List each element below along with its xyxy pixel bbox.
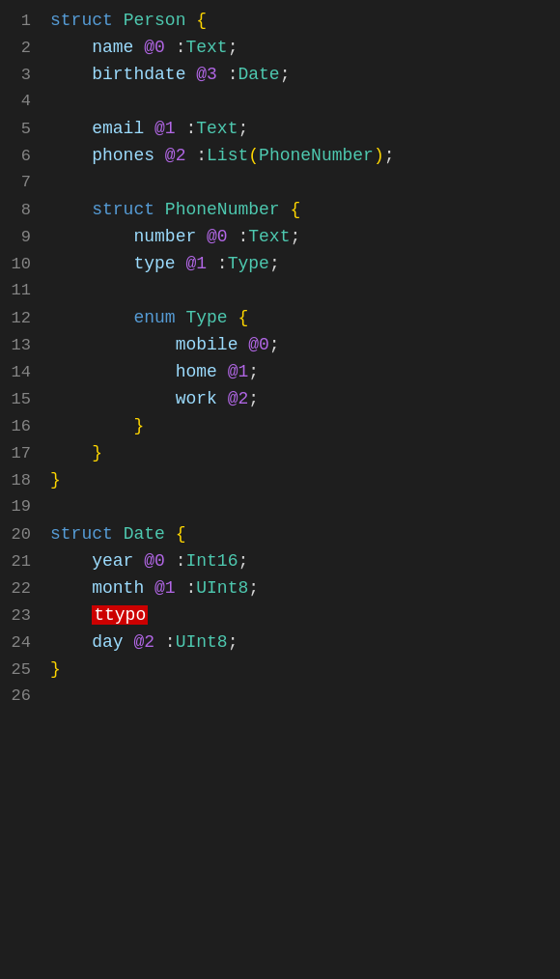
token: } <box>50 659 61 679</box>
token: ; <box>238 551 248 571</box>
token <box>144 578 154 598</box>
code-line: 10 type @1 :Type; <box>0 251 560 278</box>
line-number: 13 <box>0 333 46 358</box>
token: : <box>165 551 186 571</box>
token: @0 <box>144 38 165 57</box>
token: } <box>50 470 61 490</box>
line-number: 7 <box>0 170 46 195</box>
token: Int16 <box>185 551 238 571</box>
line-content: year @0 :Int16; <box>46 548 560 575</box>
line-content: struct Person { <box>46 8 560 35</box>
code-line: 13 mobile @0; <box>0 332 560 359</box>
token: email <box>92 119 144 138</box>
token: } <box>92 443 102 462</box>
line-content: phones @2 :List(PhoneNumber); <box>46 143 560 170</box>
token: Text <box>185 38 227 57</box>
token: : <box>228 227 249 246</box>
code-line: 3 birthdate @3 :Date; <box>0 62 560 89</box>
line-number: 3 <box>0 63 46 88</box>
code-line: 26 <box>0 684 560 711</box>
token: PhoneNumber <box>259 146 374 165</box>
line-content: struct PhoneNumber { <box>46 197 560 224</box>
token: struct <box>50 524 124 544</box>
token: : <box>176 578 197 598</box>
token <box>176 254 186 273</box>
line-content: } <box>46 413 560 440</box>
token: @0 <box>248 335 269 354</box>
token: UInt8 <box>176 632 228 652</box>
token <box>185 65 196 84</box>
token: UInt8 <box>196 578 248 598</box>
token: : <box>207 254 228 273</box>
token: PhoneNumber <box>165 200 280 219</box>
line-number: 1 <box>0 9 46 34</box>
token: day <box>92 632 123 652</box>
token: ; <box>290 227 300 246</box>
code-line: 6 phones @2 :List(PhoneNumber); <box>0 143 560 170</box>
token: @3 <box>196 65 217 84</box>
token: Text <box>196 119 238 138</box>
token: { <box>228 308 249 327</box>
token: Type <box>228 254 269 273</box>
code-line: 18} <box>0 467 560 494</box>
token: ; <box>280 65 291 84</box>
line-content: name @0 :Text; <box>46 35 560 62</box>
token: work <box>176 389 217 408</box>
line-number: 21 <box>0 549 46 574</box>
code-line: 7 <box>0 170 560 197</box>
token: { <box>185 11 207 30</box>
code-line: 9 number @0 :Text; <box>0 224 560 251</box>
token: ; <box>238 119 248 138</box>
code-line: 12 enum Type { <box>0 305 560 332</box>
line-content: type @1 :Type; <box>46 251 560 278</box>
code-line: 14 home @1; <box>0 359 560 386</box>
line-number: 11 <box>0 278 46 303</box>
line-number: 8 <box>0 198 46 223</box>
line-content: day @2 :UInt8; <box>46 629 560 657</box>
line-content: birthdate @3 :Date; <box>46 62 560 89</box>
line-number: 5 <box>0 117 46 142</box>
token: ttypo <box>92 605 148 625</box>
token <box>217 362 228 381</box>
line-content: home @1; <box>46 359 560 386</box>
line-number: 15 <box>0 387 46 412</box>
token: List <box>207 146 248 165</box>
token <box>133 38 144 57</box>
token: @2 <box>165 146 186 165</box>
line-content: } <box>46 467 560 494</box>
token: @2 <box>133 632 154 652</box>
token <box>154 146 165 165</box>
line-number: 2 <box>0 36 46 61</box>
token: @0 <box>144 551 165 571</box>
token: { <box>165 524 186 544</box>
token: @1 <box>154 119 176 138</box>
line-number: 24 <box>0 630 46 656</box>
code-line: 2 name @0 :Text; <box>0 35 560 62</box>
token: : <box>165 38 186 57</box>
token: phones <box>92 146 154 165</box>
code-line: 17 } <box>0 440 560 467</box>
line-number: 19 <box>0 494 46 519</box>
line-content: work @2; <box>46 386 560 413</box>
code-line: 19 <box>0 494 560 521</box>
line-content: mobile @0; <box>46 332 560 359</box>
token: ; <box>269 335 280 354</box>
token: type <box>133 254 175 273</box>
code-line: 21 year @0 :Int16; <box>0 548 560 575</box>
line-number: 16 <box>0 414 46 439</box>
line-number: 9 <box>0 225 46 250</box>
token <box>144 119 154 138</box>
code-line: 24 day @2 :UInt8; <box>0 629 560 657</box>
code-line: 8 struct PhoneNumber { <box>0 197 560 224</box>
code-line: 25} <box>0 657 560 684</box>
line-number: 10 <box>0 252 46 277</box>
code-line: 15 work @2; <box>0 386 560 413</box>
token: Date <box>238 65 279 84</box>
token: ) <box>374 146 384 165</box>
token: Date <box>124 524 165 544</box>
token: ; <box>248 362 259 381</box>
token: @1 <box>228 362 249 381</box>
line-content: } <box>46 657 560 684</box>
token: year <box>92 551 133 571</box>
token <box>124 632 134 652</box>
